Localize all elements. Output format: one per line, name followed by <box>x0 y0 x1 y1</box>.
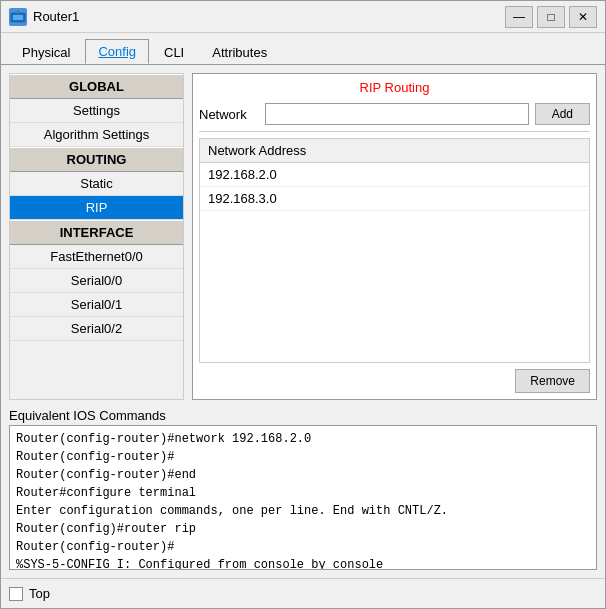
sidebar-item-fastethernet00[interactable]: FastEthernet0/0 <box>10 245 183 269</box>
ios-line: Router#configure terminal <box>16 484 590 502</box>
main-row: GLOBAL Settings Algorithm Settings ROUTI… <box>9 73 597 400</box>
sidebar-scroll[interactable]: GLOBAL Settings Algorithm Settings ROUTI… <box>10 74 183 399</box>
rip-title: RIP Routing <box>199 80 590 95</box>
ios-line: Router(config-router)#network 192.168.2.… <box>16 430 590 448</box>
ios-section: Equivalent IOS Commands Router(config-ro… <box>9 408 597 570</box>
sidebar-item-rip[interactable]: RIP <box>10 196 183 220</box>
ios-line: Router(config)#router rip <box>16 520 590 538</box>
network-row: Network Add <box>199 103 590 132</box>
bottom-bar: Top <box>1 578 605 608</box>
ios-line: Router(config-router)# <box>16 448 590 466</box>
close-button[interactable]: ✕ <box>569 6 597 28</box>
tab-physical[interactable]: Physical <box>9 40 83 64</box>
app-icon <box>9 8 27 26</box>
ios-panel: Router(config-router)#network 192.168.2.… <box>9 425 597 570</box>
ios-line: Router(config-router)#end <box>16 466 590 484</box>
top-checkbox[interactable] <box>9 587 23 601</box>
maximize-button[interactable]: □ <box>537 6 565 28</box>
network-input[interactable] <box>265 103 529 125</box>
ios-line: Router(config-router)# <box>16 538 590 556</box>
top-label: Top <box>29 586 50 601</box>
content-area: GLOBAL Settings Algorithm Settings ROUTI… <box>1 65 605 578</box>
sidebar-item-serial02[interactable]: Serial0/2 <box>10 317 183 341</box>
tab-cli[interactable]: CLI <box>151 40 197 64</box>
window-title: Router1 <box>33 9 505 24</box>
network-label: Network <box>199 107 259 122</box>
right-panel: RIP Routing Network Add Network Address … <box>192 73 597 400</box>
remove-button[interactable]: Remove <box>515 369 590 393</box>
sidebar-item-serial01[interactable]: Serial0/1 <box>10 293 183 317</box>
window-controls: — □ ✕ <box>505 6 597 28</box>
sidebar-group-routing: ROUTING <box>10 147 183 172</box>
svg-rect-1 <box>13 15 23 20</box>
table-header: Network Address <box>200 139 589 163</box>
ios-label: Equivalent IOS Commands <box>9 408 597 423</box>
rip-panel: RIP Routing Network Add Network Address … <box>192 73 597 400</box>
ios-line: %SYS-5-CONFIG_I: Configured from console… <box>16 556 590 569</box>
router-window: Router1 — □ ✕ Physical Config CLI Attrib… <box>0 0 606 609</box>
table-row[interactable]: 192.168.3.0 <box>200 187 589 211</box>
minimize-button[interactable]: — <box>505 6 533 28</box>
sidebar-item-serial00[interactable]: Serial0/0 <box>10 269 183 293</box>
svg-point-2 <box>17 10 20 13</box>
sidebar-item-settings[interactable]: Settings <box>10 99 183 123</box>
ios-text: Router(config-router)#network 192.168.2.… <box>10 426 596 569</box>
ios-line: Enter configuration commands, one per li… <box>16 502 590 520</box>
tab-bar: Physical Config CLI Attributes <box>1 33 605 65</box>
sidebar-item-algorithm-settings[interactable]: Algorithm Settings <box>10 123 183 147</box>
tab-attributes[interactable]: Attributes <box>199 40 280 64</box>
add-button[interactable]: Add <box>535 103 590 125</box>
network-table: Network Address 192.168.2.0 192.168.3.0 <box>199 138 590 363</box>
tab-config[interactable]: Config <box>85 39 149 64</box>
sidebar-group-global: GLOBAL <box>10 74 183 99</box>
remove-row: Remove <box>199 369 590 393</box>
sidebar-group-interface: INTERFACE <box>10 220 183 245</box>
title-bar: Router1 — □ ✕ <box>1 1 605 33</box>
sidebar-item-static[interactable]: Static <box>10 172 183 196</box>
table-row[interactable]: 192.168.2.0 <box>200 163 589 187</box>
sidebar: GLOBAL Settings Algorithm Settings ROUTI… <box>9 73 184 400</box>
